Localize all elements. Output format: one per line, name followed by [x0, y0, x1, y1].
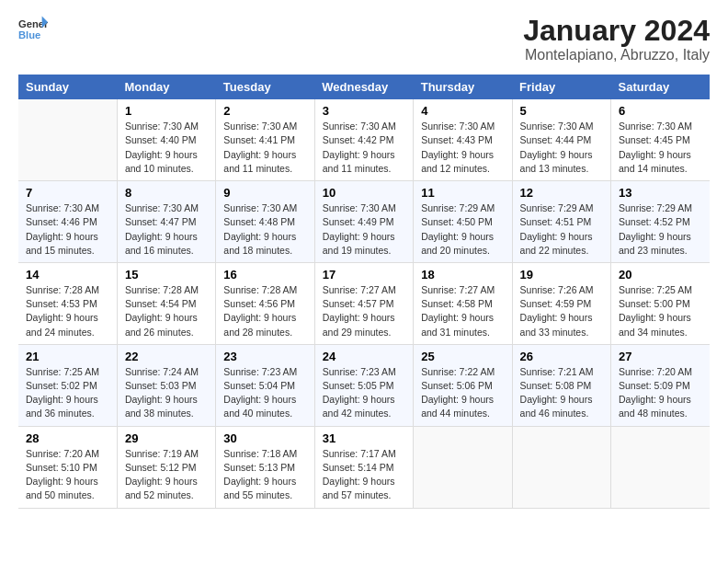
- calendar-cell: 20 Sunrise: 7:25 AMSunset: 5:00 PMDaylig…: [611, 262, 710, 344]
- header-monday: Monday: [117, 75, 215, 99]
- calendar-cell: 5 Sunrise: 7:30 AMSunset: 4:44 PMDayligh…: [512, 99, 610, 180]
- day-number: 25: [421, 350, 504, 363]
- calendar-cell: 3 Sunrise: 7:30 AMSunset: 4:42 PMDayligh…: [314, 99, 413, 180]
- day-number: 30: [223, 431, 306, 445]
- calendar-week-3: 14 Sunrise: 7:28 AMSunset: 4:53 PMDaylig…: [18, 262, 710, 344]
- calendar-cell: 24 Sunrise: 7:23 AMSunset: 5:05 PMDaylig…: [314, 344, 413, 426]
- day-number: 17: [323, 268, 405, 282]
- day-detail: Sunrise: 7:28 AMSunset: 4:56 PMDaylight:…: [223, 283, 306, 339]
- header-tuesday: Tuesday: [216, 75, 314, 99]
- day-detail: Sunrise: 7:30 AMSunset: 4:47 PMDaylight:…: [125, 201, 208, 258]
- day-number: 28: [26, 431, 109, 445]
- header-sunday: Sunday: [18, 75, 117, 99]
- day-number: 1: [125, 104, 208, 118]
- calendar-cell: 7 Sunrise: 7:30 AMSunset: 4:46 PMDayligh…: [18, 181, 117, 263]
- day-detail: Sunrise: 7:29 AMSunset: 4:51 PMDaylight:…: [520, 201, 603, 258]
- logo-icon: General Blue: [18, 15, 48, 44]
- day-detail: Sunrise: 7:21 AMSunset: 5:08 PMDaylight:…: [520, 365, 603, 421]
- calendar-header: Sunday Monday Tuesday Wednesday Thursday…: [18, 75, 710, 99]
- page-header: General Blue January 2024 Montelapiano, …: [18, 15, 710, 63]
- day-detail: Sunrise: 7:30 AMSunset: 4:44 PMDaylight:…: [520, 120, 603, 176]
- day-detail: Sunrise: 7:30 AMSunset: 4:49 PMDaylight:…: [323, 201, 405, 258]
- header-row: Sunday Monday Tuesday Wednesday Thursday…: [18, 75, 710, 99]
- day-number: 9: [223, 186, 306, 200]
- page-title: January 2024: [523, 15, 710, 47]
- header-friday: Friday: [512, 75, 610, 99]
- calendar-cell: 1 Sunrise: 7:30 AMSunset: 4:40 PMDayligh…: [117, 99, 215, 180]
- calendar-cell: 9 Sunrise: 7:30 AMSunset: 4:48 PMDayligh…: [216, 181, 314, 263]
- day-number: 7: [26, 186, 109, 200]
- calendar-cell: [512, 426, 610, 508]
- day-number: 31: [323, 431, 405, 445]
- day-detail: Sunrise: 7:20 AMSunset: 5:10 PMDaylight:…: [26, 447, 109, 503]
- calendar-cell: 8 Sunrise: 7:30 AMSunset: 4:47 PMDayligh…: [117, 181, 215, 263]
- calendar-cell: 13 Sunrise: 7:29 AMSunset: 4:52 PMDaylig…: [611, 181, 710, 263]
- day-number: 14: [26, 268, 109, 282]
- calendar-cell: 27 Sunrise: 7:20 AMSunset: 5:09 PMDaylig…: [611, 344, 710, 426]
- calendar-cell: 11 Sunrise: 7:29 AMSunset: 4:50 PMDaylig…: [414, 181, 512, 263]
- calendar-cell: 26 Sunrise: 7:21 AMSunset: 5:08 PMDaylig…: [512, 344, 610, 426]
- calendar-cell: 31 Sunrise: 7:17 AMSunset: 5:14 PMDaylig…: [314, 426, 413, 508]
- calendar-cell: 18 Sunrise: 7:27 AMSunset: 4:58 PMDaylig…: [414, 262, 512, 344]
- header-thursday: Thursday: [414, 75, 512, 99]
- day-number: 26: [520, 350, 603, 363]
- day-detail: Sunrise: 7:24 AMSunset: 5:03 PMDaylight:…: [125, 365, 208, 421]
- day-detail: Sunrise: 7:30 AMSunset: 4:42 PMDaylight:…: [323, 120, 405, 176]
- day-number: 20: [619, 268, 702, 282]
- calendar-cell: 29 Sunrise: 7:19 AMSunset: 5:12 PMDaylig…: [117, 426, 215, 508]
- day-number: 12: [520, 186, 603, 200]
- calendar-cell: 2 Sunrise: 7:30 AMSunset: 4:41 PMDayligh…: [216, 99, 314, 180]
- day-detail: Sunrise: 7:23 AMSunset: 5:05 PMDaylight:…: [323, 365, 405, 421]
- day-number: 29: [125, 431, 208, 445]
- calendar-cell: 10 Sunrise: 7:30 AMSunset: 4:49 PMDaylig…: [314, 181, 413, 263]
- day-detail: Sunrise: 7:25 AMSunset: 5:02 PMDaylight:…: [26, 365, 109, 421]
- day-number: 21: [26, 350, 109, 363]
- day-number: 23: [223, 350, 306, 363]
- calendar-body: 1 Sunrise: 7:30 AMSunset: 4:40 PMDayligh…: [18, 99, 710, 508]
- calendar-cell: 14 Sunrise: 7:28 AMSunset: 4:53 PMDaylig…: [18, 262, 117, 344]
- page-subtitle: Montelapiano, Abruzzo, Italy: [523, 47, 710, 63]
- calendar-cell: [611, 426, 710, 508]
- day-detail: Sunrise: 7:30 AMSunset: 4:40 PMDaylight:…: [125, 120, 208, 176]
- day-number: 4: [421, 104, 504, 118]
- title-block: January 2024 Montelapiano, Abruzzo, Ital…: [523, 15, 710, 63]
- day-detail: Sunrise: 7:30 AMSunset: 4:41 PMDaylight:…: [223, 120, 306, 176]
- day-detail: Sunrise: 7:28 AMSunset: 4:54 PMDaylight:…: [125, 283, 208, 339]
- calendar-cell: 22 Sunrise: 7:24 AMSunset: 5:03 PMDaylig…: [117, 344, 215, 426]
- calendar-cell: 4 Sunrise: 7:30 AMSunset: 4:43 PMDayligh…: [414, 99, 512, 180]
- day-number: 18: [421, 268, 504, 282]
- day-number: 11: [421, 186, 504, 200]
- day-detail: Sunrise: 7:17 AMSunset: 5:14 PMDaylight:…: [323, 447, 405, 503]
- calendar-cell: 6 Sunrise: 7:30 AMSunset: 4:45 PMDayligh…: [611, 99, 710, 180]
- calendar-cell: 21 Sunrise: 7:25 AMSunset: 5:02 PMDaylig…: [18, 344, 117, 426]
- calendar-week-5: 28 Sunrise: 7:20 AMSunset: 5:10 PMDaylig…: [18, 426, 710, 508]
- day-detail: Sunrise: 7:27 AMSunset: 4:58 PMDaylight:…: [421, 283, 504, 339]
- day-number: 2: [223, 104, 306, 118]
- calendar-cell: [414, 426, 512, 508]
- calendar-cell: 12 Sunrise: 7:29 AMSunset: 4:51 PMDaylig…: [512, 181, 610, 263]
- day-detail: Sunrise: 7:22 AMSunset: 5:06 PMDaylight:…: [421, 365, 504, 421]
- day-number: 24: [323, 350, 405, 363]
- day-detail: Sunrise: 7:30 AMSunset: 4:48 PMDaylight:…: [223, 201, 306, 258]
- day-number: 19: [520, 268, 603, 282]
- day-number: 22: [125, 350, 208, 363]
- day-number: 8: [125, 186, 208, 200]
- day-number: 3: [323, 104, 405, 118]
- day-detail: Sunrise: 7:27 AMSunset: 4:57 PMDaylight:…: [323, 283, 405, 339]
- logo: General Blue: [18, 15, 48, 44]
- calendar-cell: 15 Sunrise: 7:28 AMSunset: 4:54 PMDaylig…: [117, 262, 215, 344]
- day-number: 13: [619, 186, 702, 200]
- calendar-cell: 16 Sunrise: 7:28 AMSunset: 4:56 PMDaylig…: [216, 262, 314, 344]
- calendar-cell: 19 Sunrise: 7:26 AMSunset: 4:59 PMDaylig…: [512, 262, 610, 344]
- day-number: 6: [619, 104, 702, 118]
- day-detail: Sunrise: 7:18 AMSunset: 5:13 PMDaylight:…: [223, 447, 306, 503]
- day-detail: Sunrise: 7:30 AMSunset: 4:45 PMDaylight:…: [619, 120, 702, 176]
- day-detail: Sunrise: 7:19 AMSunset: 5:12 PMDaylight:…: [125, 447, 208, 503]
- day-detail: Sunrise: 7:29 AMSunset: 4:50 PMDaylight:…: [421, 201, 504, 258]
- day-number: 15: [125, 268, 208, 282]
- day-detail: Sunrise: 7:26 AMSunset: 4:59 PMDaylight:…: [520, 283, 603, 339]
- day-detail: Sunrise: 7:30 AMSunset: 4:43 PMDaylight:…: [421, 120, 504, 176]
- header-saturday: Saturday: [611, 75, 710, 99]
- calendar-cell: [18, 99, 117, 180]
- day-detail: Sunrise: 7:28 AMSunset: 4:53 PMDaylight:…: [26, 283, 109, 339]
